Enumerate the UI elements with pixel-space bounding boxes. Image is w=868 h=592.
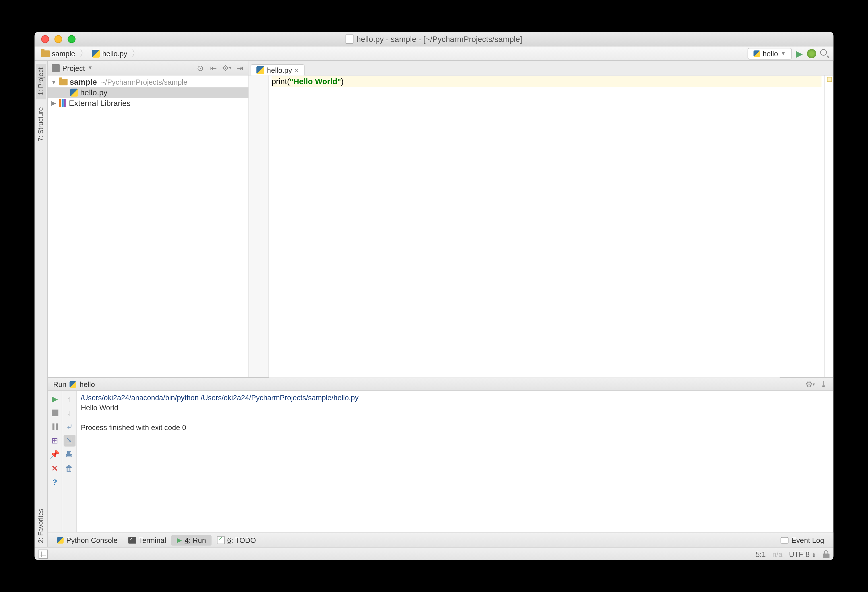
titlebar: hello.py - sample - [~/PycharmProjects/s… [35, 32, 834, 47]
breadcrumb-file-label: hello.py [102, 49, 127, 58]
expand-arrow-icon[interactable]: ▼ [50, 79, 57, 85]
editor-error-stripe[interactable] [824, 75, 833, 377]
down-stack-button[interactable]: ↓ [63, 407, 75, 419]
cursor-position[interactable]: 5:1 [756, 550, 766, 558]
tree-external-libraries[interactable]: ▶ External Libraries [48, 98, 249, 109]
console-output[interactable]: /Users/oki2a24/anaconda/bin/python /User… [77, 391, 834, 532]
collapse-all-button[interactable]: ⇤ [209, 63, 218, 72]
run-config-selector[interactable]: hello ▼ [747, 47, 792, 59]
event-log-label: Event Log [791, 536, 824, 544]
code-line[interactable]: print("Hello World") [272, 76, 822, 87]
todo-icon [217, 536, 225, 544]
console-exit: Process finished with exit code 0 [81, 424, 186, 431]
rerun-button[interactable]: ▶ [49, 393, 61, 405]
editor-area: hello.py × print("Hello World") [249, 61, 834, 377]
editor-tab-label: hello.py [267, 66, 292, 74]
hide-panel-button[interactable]: ⤓ [819, 379, 828, 389]
editor-tab[interactable]: hello.py × [251, 64, 304, 75]
console-stdout: Hello World [81, 404, 118, 412]
tree-file[interactable]: hello.py [48, 87, 249, 98]
run-config-label: hello [80, 380, 95, 388]
structure-tool-tab[interactable]: 7: Structure [36, 103, 46, 146]
scroll-from-source-button[interactable]: ⊙ [196, 63, 205, 72]
tool-windows-toggle[interactable] [38, 549, 48, 558]
print-button[interactable]: 🖶 [63, 449, 75, 460]
project-tree[interactable]: ▼ sample ~/PycharmProjects/sample hello.… [48, 75, 249, 377]
breadcrumb-separator: 〉 [79, 47, 89, 59]
code-area[interactable]: print("Hello World") [269, 75, 824, 377]
minimize-window-button[interactable] [55, 35, 63, 43]
project-panel-title: Project [62, 64, 85, 72]
favorites-tool-tab[interactable]: 2: Favorites [36, 505, 46, 547]
todo-tab[interactable]: 6: TODO [211, 534, 261, 545]
project-panel-header: Project ▼ ⊙ ⇤ ⚙▾ ⇥ [48, 61, 249, 75]
settings-button[interactable]: ⚙▾ [806, 379, 815, 389]
run-tab[interactable]: ▶ 4: Run [171, 534, 211, 545]
settings-button[interactable]: ⚙▾ [222, 63, 231, 72]
python-icon [57, 537, 64, 543]
token-paren: ) [341, 77, 344, 86]
project-panel: Project ▼ ⊙ ⇤ ⚙▾ ⇥ ▼ [48, 61, 249, 377]
scroll-to-end-button[interactable]: ⇲ [63, 435, 75, 446]
project-view-icon [52, 64, 60, 72]
pause-button[interactable] [49, 421, 61, 433]
favorites-tab-label: 2: Favorites [37, 508, 44, 543]
stop-button[interactable] [49, 407, 61, 419]
python-file-icon [256, 66, 264, 74]
tree-file-name: hello.py [80, 88, 107, 97]
close-tab-button[interactable]: ✕ [49, 462, 61, 474]
chevron-down-icon: ▼ [781, 50, 786, 56]
structure-tab-label: 7: Structure [37, 107, 44, 142]
tree-root[interactable]: ▼ sample ~/PycharmProjects/sample [48, 77, 249, 87]
python-console-label: Python Console [66, 536, 118, 544]
editor[interactable]: print("Hello World") [249, 75, 834, 377]
zoom-window-button[interactable] [68, 35, 76, 43]
run-config-name: hello [763, 49, 778, 58]
left-tool-gutter: 1: Project 7: Structure 2: Favorites [35, 61, 48, 547]
insert-mode: n/a [772, 550, 782, 558]
run-toolbar: ▶ ⊞ 📌 ✕ ? ↑ ↓ ⤶ ⇲ [48, 391, 77, 532]
tree-root-name: sample [69, 78, 97, 87]
clear-all-button[interactable]: 🗑 [63, 462, 75, 474]
hide-panel-button[interactable]: ⇥ [235, 63, 245, 72]
ide-window: hello.py - sample - [~/PycharmProjects/s… [35, 32, 834, 560]
token-string: "Hello World" [289, 77, 341, 86]
run-title: Run [53, 380, 66, 388]
debug-button[interactable] [807, 49, 816, 58]
python-icon [70, 381, 76, 388]
breadcrumb-project-label: sample [52, 49, 75, 58]
terminal-tab[interactable]: Terminal [123, 534, 171, 545]
navigation-bar: sample 〉 hello.py 〉 hello ▼ ▶ [35, 47, 834, 61]
run-button[interactable]: ▶ [796, 48, 803, 59]
token-function: print [272, 77, 287, 86]
close-window-button[interactable] [41, 35, 49, 43]
breadcrumb-file[interactable]: hello.py [90, 49, 130, 58]
folder-icon [41, 50, 50, 56]
file-icon [346, 34, 354, 43]
breadcrumb-project[interactable]: sample [38, 49, 78, 58]
encoding-selector[interactable]: UTF-8 ⇕ [789, 550, 816, 558]
editor-gutter[interactable] [249, 75, 269, 377]
up-stack-button[interactable]: ↑ [63, 393, 75, 405]
dump-threads-button[interactable]: ⊞ [49, 435, 61, 446]
read-only-toggle[interactable] [823, 550, 830, 558]
close-tab-button[interactable]: × [295, 66, 298, 74]
python-console-tab[interactable]: Python Console [52, 534, 123, 545]
project-tool-tab[interactable]: 1: Project [36, 63, 46, 99]
search-button[interactable] [820, 49, 830, 58]
event-log-tab[interactable]: Event Log [776, 534, 830, 545]
chevron-down-icon[interactable]: ▼ [87, 65, 93, 71]
pin-tab-button[interactable]: 📌 [49, 449, 61, 460]
soft-wrap-button[interactable]: ⤶ [63, 421, 75, 433]
console-command: /Users/oki2a24/anaconda/bin/python /User… [81, 394, 359, 402]
terminal-label: Terminal [139, 536, 166, 544]
python-file-icon [70, 89, 78, 97]
python-file-icon [92, 49, 100, 58]
breadcrumb-separator: 〉 [131, 47, 140, 59]
run-tab-label: 4: Run [185, 536, 206, 544]
event-log-icon [781, 537, 789, 543]
folder-icon [59, 79, 68, 85]
help-button[interactable]: ? [49, 476, 61, 488]
inspection-marker[interactable] [827, 77, 832, 82]
expand-arrow-icon[interactable]: ▶ [50, 100, 57, 106]
